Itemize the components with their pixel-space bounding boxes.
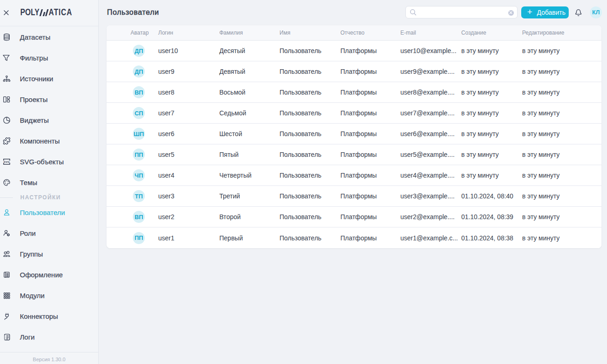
svg-text:SVG: SVG [4, 161, 10, 163]
